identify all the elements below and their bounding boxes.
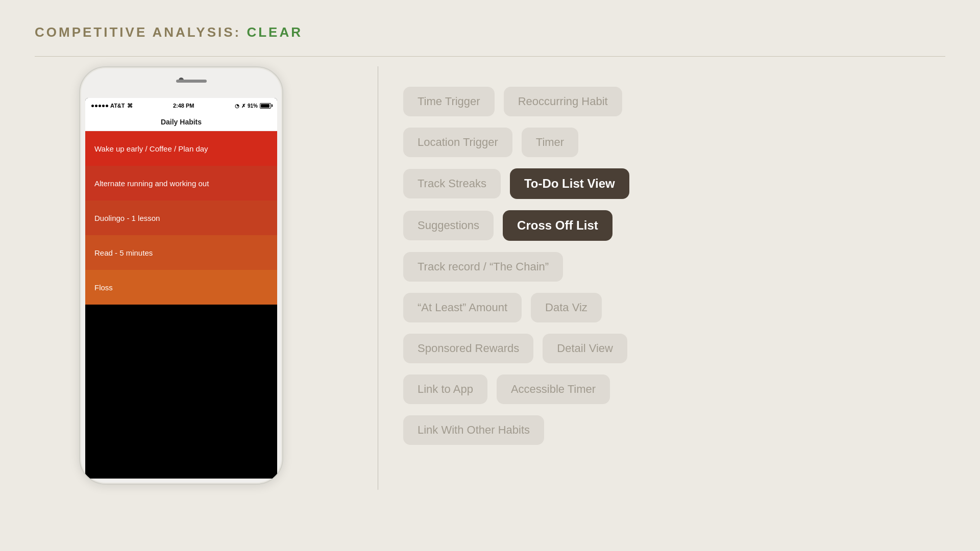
phone-button-mute	[79, 149, 80, 167]
features-panel: Time Trigger Reoccurring Habit Location …	[403, 66, 945, 520]
feature-tag-link-to-app: Link to App	[403, 374, 487, 404]
feature-tag-accessible-timer: Accessible Timer	[497, 374, 610, 404]
phone-black-area	[85, 305, 277, 479]
phone-button-vol-down	[79, 213, 80, 243]
phone-speaker	[176, 80, 207, 83]
page-title: COMPETITIVE ANALYSIS: CLEAR	[35, 24, 303, 40]
nav-bar: Daily Habits	[85, 113, 277, 131]
page-header: COMPETITIVE ANALYSIS: CLEAR	[35, 24, 303, 40]
feature-tag-todo-list-view: To-Do List View	[510, 168, 629, 199]
status-bar: AT&T ⌘ 2:48 PM ◔ ✗ 91%	[85, 98, 277, 113]
habit-item: Wake up early / Coffee / Plan day	[85, 131, 277, 166]
feature-tag-cross-off-list: Cross Off List	[503, 210, 612, 241]
lock-icon: ◔	[235, 103, 239, 109]
phone-mockup: AT&T ⌘ 2:48 PM ◔ ✗ 91% Daily Habits	[79, 66, 283, 485]
feature-tag-location-trigger: Location Trigger	[403, 128, 512, 157]
habit-item: Alternate running and working out	[85, 166, 277, 201]
nav-title: Daily Habits	[161, 118, 202, 126]
signal-dot-5	[106, 105, 108, 107]
signal-dots	[91, 105, 108, 107]
signal-dot-2	[95, 105, 97, 107]
habit-item: Read - 5 minutes	[85, 235, 277, 270]
habit-item: Duolingo - 1 lesson	[85, 201, 277, 235]
status-right: ◔ ✗ 91%	[235, 103, 271, 109]
features-row-8: Link With Other Habits	[403, 415, 945, 445]
signal-dot-4	[102, 105, 105, 107]
feature-tag-track-streaks: Track Streaks	[403, 169, 501, 198]
battery-fill	[261, 104, 270, 108]
phone-screen: AT&T ⌘ 2:48 PM ◔ ✗ 91% Daily Habits	[85, 98, 277, 479]
time-display: 2:48 PM	[173, 103, 194, 109]
title-accent: CLEAR	[247, 24, 303, 40]
features-row-2: Track Streaks To-Do List View	[403, 168, 945, 199]
signal-dot-1	[91, 105, 94, 107]
status-left: AT&T ⌘	[91, 103, 133, 109]
carrier-label: AT&T	[110, 103, 125, 109]
feature-tag-detail-view: Detail View	[543, 334, 627, 363]
feature-tag-link-with-other-habits: Link With Other Habits	[403, 415, 544, 445]
feature-tag-track-record: Track record / “The Chain”	[403, 252, 563, 282]
phone-button-power	[282, 185, 283, 226]
feature-tag-at-least-amount: “At Least” Amount	[403, 293, 522, 322]
features-row-4: Track record / “The Chain”	[403, 252, 945, 282]
features-row-3: Suggestions Cross Off List	[403, 210, 945, 241]
features-row-5: “At Least” Amount Data Viz	[403, 293, 945, 322]
habit-list: Wake up early / Coffee / Plan day Altern…	[85, 131, 277, 305]
title-plain: COMPETITIVE ANALYSIS:	[35, 24, 247, 40]
wifi-icon: ⌘	[127, 103, 133, 109]
features-row-7: Link to App Accessible Timer	[403, 374, 945, 404]
feature-tag-sponsored-rewards: Sponsored Rewards	[403, 334, 533, 363]
feature-tag-time-trigger: Time Trigger	[403, 87, 495, 116]
header-divider	[35, 56, 945, 57]
battery-percent: 91%	[248, 103, 258, 109]
signal-dot-3	[99, 105, 101, 107]
phone-frame: AT&T ⌘ 2:48 PM ◔ ✗ 91% Daily Habits	[79, 66, 283, 485]
feature-tag-timer: Timer	[522, 128, 578, 157]
phone-button-vol-up	[79, 174, 80, 205]
vertical-divider	[378, 66, 378, 490]
habit-item: Floss	[85, 270, 277, 305]
features-row-1: Location Trigger Timer	[403, 128, 945, 157]
bluetooth-icon: ✗	[241, 103, 246, 109]
features-row-6: Sponsored Rewards Detail View	[403, 334, 945, 363]
features-row-0: Time Trigger Reoccurring Habit	[403, 87, 945, 116]
feature-tag-suggestions: Suggestions	[403, 211, 494, 240]
battery-icon	[260, 103, 271, 109]
feature-tag-data-viz: Data Viz	[531, 293, 602, 322]
feature-tag-reoccurring-habit: Reoccurring Habit	[504, 87, 622, 116]
